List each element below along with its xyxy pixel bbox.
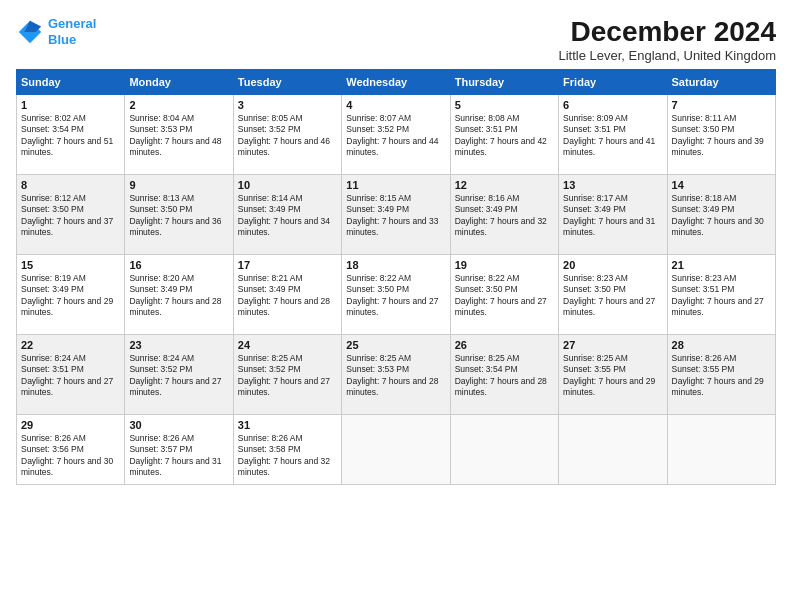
day-detail: Sunrise: 8:12 AM Sunset: 3:50 PM Dayligh… bbox=[21, 193, 120, 239]
table-row: 29 Sunrise: 8:26 AM Sunset: 3:56 PM Dayl… bbox=[17, 415, 125, 485]
table-row bbox=[559, 415, 667, 485]
table-row: 12 Sunrise: 8:16 AM Sunset: 3:49 PM Dayl… bbox=[450, 175, 558, 255]
table-row: 5 Sunrise: 8:08 AM Sunset: 3:51 PM Dayli… bbox=[450, 95, 558, 175]
day-detail: Sunrise: 8:17 AM Sunset: 3:49 PM Dayligh… bbox=[563, 193, 662, 239]
day-detail: Sunrise: 8:25 AM Sunset: 3:52 PM Dayligh… bbox=[238, 353, 337, 399]
day-number: 11 bbox=[346, 179, 445, 191]
day-number: 24 bbox=[238, 339, 337, 351]
logo-line2: Blue bbox=[48, 32, 76, 47]
day-number: 26 bbox=[455, 339, 554, 351]
table-row: 20 Sunrise: 8:23 AM Sunset: 3:50 PM Dayl… bbox=[559, 255, 667, 335]
table-row: 16 Sunrise: 8:20 AM Sunset: 3:49 PM Dayl… bbox=[125, 255, 233, 335]
day-number: 18 bbox=[346, 259, 445, 271]
day-number: 3 bbox=[238, 99, 337, 111]
table-row: 27 Sunrise: 8:25 AM Sunset: 3:55 PM Dayl… bbox=[559, 335, 667, 415]
table-row: 24 Sunrise: 8:25 AM Sunset: 3:52 PM Dayl… bbox=[233, 335, 341, 415]
table-row: 18 Sunrise: 8:22 AM Sunset: 3:50 PM Dayl… bbox=[342, 255, 450, 335]
day-detail: Sunrise: 8:19 AM Sunset: 3:49 PM Dayligh… bbox=[21, 273, 120, 319]
day-detail: Sunrise: 8:14 AM Sunset: 3:49 PM Dayligh… bbox=[238, 193, 337, 239]
table-row: 1 Sunrise: 8:02 AM Sunset: 3:54 PM Dayli… bbox=[17, 95, 125, 175]
day-number: 19 bbox=[455, 259, 554, 271]
day-detail: Sunrise: 8:20 AM Sunset: 3:49 PM Dayligh… bbox=[129, 273, 228, 319]
day-number: 22 bbox=[21, 339, 120, 351]
day-number: 2 bbox=[129, 99, 228, 111]
day-number: 12 bbox=[455, 179, 554, 191]
table-row bbox=[450, 415, 558, 485]
table-row bbox=[342, 415, 450, 485]
table-row: 25 Sunrise: 8:25 AM Sunset: 3:53 PM Dayl… bbox=[342, 335, 450, 415]
table-row: 10 Sunrise: 8:14 AM Sunset: 3:49 PM Dayl… bbox=[233, 175, 341, 255]
day-detail: Sunrise: 8:21 AM Sunset: 3:49 PM Dayligh… bbox=[238, 273, 337, 319]
day-number: 4 bbox=[346, 99, 445, 111]
day-detail: Sunrise: 8:11 AM Sunset: 3:50 PM Dayligh… bbox=[672, 113, 771, 159]
day-number: 29 bbox=[21, 419, 120, 431]
table-row: 13 Sunrise: 8:17 AM Sunset: 3:49 PM Dayl… bbox=[559, 175, 667, 255]
day-number: 1 bbox=[21, 99, 120, 111]
day-detail: Sunrise: 8:16 AM Sunset: 3:49 PM Dayligh… bbox=[455, 193, 554, 239]
day-number: 20 bbox=[563, 259, 662, 271]
day-number: 25 bbox=[346, 339, 445, 351]
day-number: 13 bbox=[563, 179, 662, 191]
logo-text: General Blue bbox=[48, 16, 96, 47]
table-row bbox=[667, 415, 775, 485]
day-detail: Sunrise: 8:24 AM Sunset: 3:51 PM Dayligh… bbox=[21, 353, 120, 399]
logo: General Blue bbox=[16, 16, 96, 47]
table-row: 30 Sunrise: 8:26 AM Sunset: 3:57 PM Dayl… bbox=[125, 415, 233, 485]
day-number: 16 bbox=[129, 259, 228, 271]
calendar: Sunday Monday Tuesday Wednesday Thursday… bbox=[16, 69, 776, 485]
day-detail: Sunrise: 8:23 AM Sunset: 3:51 PM Dayligh… bbox=[672, 273, 771, 319]
day-detail: Sunrise: 8:26 AM Sunset: 3:57 PM Dayligh… bbox=[129, 433, 228, 479]
day-number: 6 bbox=[563, 99, 662, 111]
day-detail: Sunrise: 8:25 AM Sunset: 3:53 PM Dayligh… bbox=[346, 353, 445, 399]
day-detail: Sunrise: 8:07 AM Sunset: 3:52 PM Dayligh… bbox=[346, 113, 445, 159]
day-number: 7 bbox=[672, 99, 771, 111]
day-detail: Sunrise: 8:15 AM Sunset: 3:49 PM Dayligh… bbox=[346, 193, 445, 239]
header-saturday: Saturday bbox=[667, 70, 775, 95]
table-row: 7 Sunrise: 8:11 AM Sunset: 3:50 PM Dayli… bbox=[667, 95, 775, 175]
day-detail: Sunrise: 8:26 AM Sunset: 3:55 PM Dayligh… bbox=[672, 353, 771, 399]
table-row: 22 Sunrise: 8:24 AM Sunset: 3:51 PM Dayl… bbox=[17, 335, 125, 415]
day-detail: Sunrise: 8:09 AM Sunset: 3:51 PM Dayligh… bbox=[563, 113, 662, 159]
day-number: 31 bbox=[238, 419, 337, 431]
day-number: 8 bbox=[21, 179, 120, 191]
header-tuesday: Tuesday bbox=[233, 70, 341, 95]
table-row: 26 Sunrise: 8:25 AM Sunset: 3:54 PM Dayl… bbox=[450, 335, 558, 415]
day-detail: Sunrise: 8:22 AM Sunset: 3:50 PM Dayligh… bbox=[455, 273, 554, 319]
table-row: 28 Sunrise: 8:26 AM Sunset: 3:55 PM Dayl… bbox=[667, 335, 775, 415]
header: General Blue December 2024 Little Lever,… bbox=[16, 16, 776, 63]
day-number: 27 bbox=[563, 339, 662, 351]
day-detail: Sunrise: 8:23 AM Sunset: 3:50 PM Dayligh… bbox=[563, 273, 662, 319]
header-thursday: Thursday bbox=[450, 70, 558, 95]
day-number: 5 bbox=[455, 99, 554, 111]
page-container: General Blue December 2024 Little Lever,… bbox=[0, 0, 792, 493]
table-row: 21 Sunrise: 8:23 AM Sunset: 3:51 PM Dayl… bbox=[667, 255, 775, 335]
table-row: 14 Sunrise: 8:18 AM Sunset: 3:49 PM Dayl… bbox=[667, 175, 775, 255]
logo-line1: General bbox=[48, 16, 96, 31]
table-row: 19 Sunrise: 8:22 AM Sunset: 3:50 PM Dayl… bbox=[450, 255, 558, 335]
table-row: 31 Sunrise: 8:26 AM Sunset: 3:58 PM Dayl… bbox=[233, 415, 341, 485]
header-wednesday: Wednesday bbox=[342, 70, 450, 95]
table-row: 23 Sunrise: 8:24 AM Sunset: 3:52 PM Dayl… bbox=[125, 335, 233, 415]
logo-icon bbox=[16, 18, 44, 46]
day-detail: Sunrise: 8:24 AM Sunset: 3:52 PM Dayligh… bbox=[129, 353, 228, 399]
table-row: 8 Sunrise: 8:12 AM Sunset: 3:50 PM Dayli… bbox=[17, 175, 125, 255]
day-number: 21 bbox=[672, 259, 771, 271]
day-number: 30 bbox=[129, 419, 228, 431]
day-detail: Sunrise: 8:05 AM Sunset: 3:52 PM Dayligh… bbox=[238, 113, 337, 159]
day-detail: Sunrise: 8:26 AM Sunset: 3:58 PM Dayligh… bbox=[238, 433, 337, 479]
table-row: 17 Sunrise: 8:21 AM Sunset: 3:49 PM Dayl… bbox=[233, 255, 341, 335]
day-detail: Sunrise: 8:25 AM Sunset: 3:54 PM Dayligh… bbox=[455, 353, 554, 399]
day-detail: Sunrise: 8:18 AM Sunset: 3:49 PM Dayligh… bbox=[672, 193, 771, 239]
table-row: 9 Sunrise: 8:13 AM Sunset: 3:50 PM Dayli… bbox=[125, 175, 233, 255]
day-detail: Sunrise: 8:26 AM Sunset: 3:56 PM Dayligh… bbox=[21, 433, 120, 479]
day-number: 10 bbox=[238, 179, 337, 191]
table-row: 2 Sunrise: 8:04 AM Sunset: 3:53 PM Dayli… bbox=[125, 95, 233, 175]
table-row: 6 Sunrise: 8:09 AM Sunset: 3:51 PM Dayli… bbox=[559, 95, 667, 175]
location: Little Lever, England, United Kingdom bbox=[558, 48, 776, 63]
day-detail: Sunrise: 8:02 AM Sunset: 3:54 PM Dayligh… bbox=[21, 113, 120, 159]
month-title: December 2024 bbox=[558, 16, 776, 48]
header-sunday: Sunday bbox=[17, 70, 125, 95]
day-detail: Sunrise: 8:22 AM Sunset: 3:50 PM Dayligh… bbox=[346, 273, 445, 319]
table-row: 11 Sunrise: 8:15 AM Sunset: 3:49 PM Dayl… bbox=[342, 175, 450, 255]
day-detail: Sunrise: 8:13 AM Sunset: 3:50 PM Dayligh… bbox=[129, 193, 228, 239]
